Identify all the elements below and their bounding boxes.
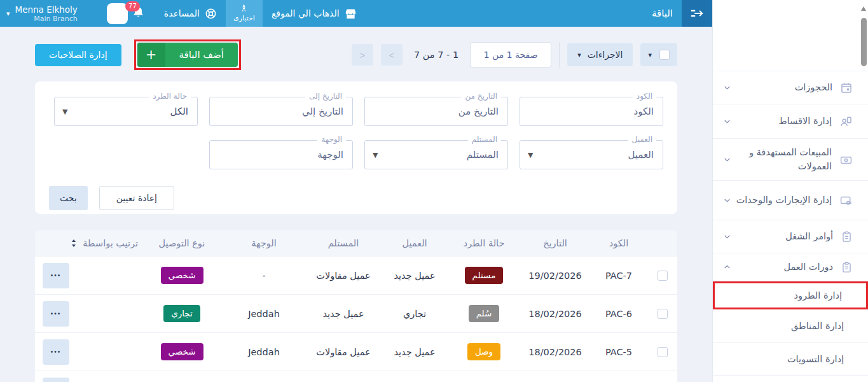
date-from-input[interactable] [365, 97, 507, 125]
user-menu[interactable]: Menna Elkholy Main Branch ▾ [6, 4, 78, 23]
sidebar-subitem-packages-management[interactable]: إدارة الطرود [713, 281, 868, 309]
sidebar-spacer [713, 0, 868, 71]
user-branch: Main Branch [15, 15, 78, 23]
table-row: PAC-6 18/02/2026 سُلم تجاري عميل جديد Je… [35, 294, 677, 332]
avatar[interactable] [107, 3, 128, 24]
help-link[interactable]: المساعدة [164, 8, 217, 20]
sidebar-item-work-orders[interactable]: أوامر الشغل [713, 220, 868, 253]
actions-dropdown-button[interactable]: الاجراءات ▾ [567, 43, 633, 66]
date-from-field-label: التاريخ من [461, 92, 501, 101]
actions-label: الاجراءات [588, 50, 623, 60]
toolbar: ▾ الاجراءات ▾ صفحة 1 من 1 1 - 7 من 7 > < [35, 39, 677, 70]
sidebar-item-work-cycles[interactable]: دورات العمل [713, 253, 868, 281]
reset-button[interactable]: إعادة تعيين [99, 186, 174, 210]
help-label: المساعدة [164, 8, 200, 18]
code-field-label: الكود [633, 92, 656, 101]
sidebar-item-installments[interactable]: إدارة الاقساط [713, 104, 868, 139]
status-badge: مستلم [465, 267, 504, 283]
header-status[interactable]: حالة الطرد [447, 238, 521, 248]
date-to-field: التاريخ إلى [209, 97, 353, 126]
sidebar-subitem-label: إدارة التسويات [787, 354, 844, 364]
row-menu-button[interactable]: ••• [43, 301, 69, 327]
header-date[interactable]: التاريخ [521, 238, 589, 248]
toolbar-right-group: ▾ الاجراءات ▾ صفحة 1 من 1 1 - 7 من 7 > < [352, 42, 677, 67]
scrollbar-thumb[interactable] [861, 18, 867, 66]
destination-field: الوجهة [209, 140, 353, 169]
package-status-value: الكل [55, 97, 197, 125]
collapse-arrow-icon [690, 8, 704, 18]
client-select[interactable]: العميل ▼ [520, 140, 663, 169]
page-indicator-label: صفحة 1 من 1 [484, 50, 538, 60]
header-delivery-type[interactable]: نوع التوصيل [141, 238, 223, 248]
chevron-left-icon: < [360, 50, 366, 60]
table-row-partial: ••• [35, 371, 677, 382]
status-badge: سُلم [469, 305, 500, 322]
delivery-type-badge: شخصي [161, 267, 203, 283]
sort-arrows-icon[interactable] [70, 239, 78, 248]
client-field-label: العميل [628, 135, 656, 144]
sidebar-item-reservations[interactable]: الحجوزات [713, 71, 868, 104]
cell-date: 18/02/2026 [521, 309, 589, 319]
toolbar-divider [559, 42, 560, 67]
date-to-input[interactable] [210, 97, 352, 125]
pagination-prev-button[interactable]: < [352, 44, 373, 66]
table-row: PAC-5 18/02/2026 وصل عميل جديد عميل مقاو… [35, 332, 677, 371]
sidebar-item-target-sales[interactable]: المبيعات المستهدفة و العمولات [713, 139, 868, 181]
sidebar-subitem-settlements-management[interactable]: إدارة التسويات [713, 343, 868, 376]
select-all-dropdown[interactable]: ▾ [640, 43, 677, 66]
row-checkbox[interactable] [658, 271, 668, 281]
chevron-down-icon: ▼ [62, 108, 67, 116]
chevron-up-icon [723, 263, 731, 271]
delivery-type-badge: شخصي [161, 343, 203, 360]
page-title: الباقة [652, 8, 673, 19]
tab-test-mode[interactable]: اختبارى [226, 0, 263, 27]
header-destination[interactable]: الوجهة [223, 238, 305, 248]
row-checkbox[interactable] [658, 347, 668, 357]
add-package-button[interactable]: أضف الباقة + [137, 43, 238, 67]
manage-permissions-button[interactable]: إدارة الصلاحيات [35, 44, 121, 66]
plus-icon: + [137, 43, 165, 67]
receiver-input[interactable] [365, 141, 507, 169]
sidebar-item-label: أوامر الشغل [731, 230, 833, 243]
header-client[interactable]: العميل [382, 238, 447, 248]
cell-receiver: عميل مقاولات [305, 271, 382, 281]
chevron-down-icon [723, 117, 731, 125]
sidebar-subitem-areas-management[interactable]: إدارة المناطق [713, 309, 868, 343]
topbar: الباقة الذهاب الي الموقع اختبارى المساعد… [0, 0, 712, 27]
row-menu-button[interactable]: ••• [43, 263, 69, 288]
chevron-down-icon [723, 232, 731, 241]
chevron-right-icon: > [389, 50, 395, 60]
select-all-checkbox[interactable] [659, 50, 670, 60]
sidebar-item-rentals-units[interactable]: إدارة الإيجارات والوحدات [713, 181, 868, 220]
sidebar-toggle-button[interactable] [682, 0, 712, 27]
header-code[interactable]: الكود [589, 238, 648, 248]
scrollbar-up-arrow[interactable] [861, 6, 866, 11]
go-to-site-link[interactable]: الذهاب الي الموقع [272, 8, 357, 19]
reset-label: إعادة تعيين [116, 193, 157, 203]
page-indicator[interactable]: صفحة 1 من 1 [470, 42, 551, 67]
date-to-field-label: التاريخ إلى [305, 92, 346, 101]
search-button[interactable]: بحث [49, 186, 88, 210]
code-input[interactable] [520, 97, 663, 125]
client-input[interactable] [520, 141, 663, 169]
row-menu-button[interactable]: ••• [43, 378, 69, 382]
row-menu-button[interactable]: ••• [43, 339, 69, 365]
notifications-button[interactable]: 77 [132, 6, 145, 22]
receiver-select[interactable]: المستلم ▼ [364, 140, 508, 169]
table-header-row: الكود التاريخ حالة الطرد العميل المستلم … [35, 230, 677, 256]
cell-receiver: عميل جديد [305, 309, 382, 319]
units-key-icon [839, 194, 853, 207]
filters-panel: الكود التاريخ من التاريخ إلى حالة الطرد … [35, 81, 677, 214]
package-status-select[interactable]: حالة الطرد الكل ▼ [54, 97, 198, 126]
toolbar-left-group: أضف الباقة + إدارة الصلاحيات [35, 39, 241, 70]
destination-input[interactable] [210, 141, 352, 169]
chevron-down-icon [723, 155, 731, 164]
header-receiver[interactable]: المستلم [305, 238, 382, 248]
cell-receiver: عميل مقاولات [305, 347, 382, 357]
search-label: بحث [60, 193, 77, 203]
pagination-next-button[interactable]: > [381, 44, 403, 66]
cell-code: PAC-6 [589, 309, 648, 319]
header-sort-by[interactable]: ترتيب بواسطة [35, 238, 141, 248]
row-checkbox[interactable] [658, 309, 668, 319]
user-name: Menna Elkholy [15, 4, 78, 15]
